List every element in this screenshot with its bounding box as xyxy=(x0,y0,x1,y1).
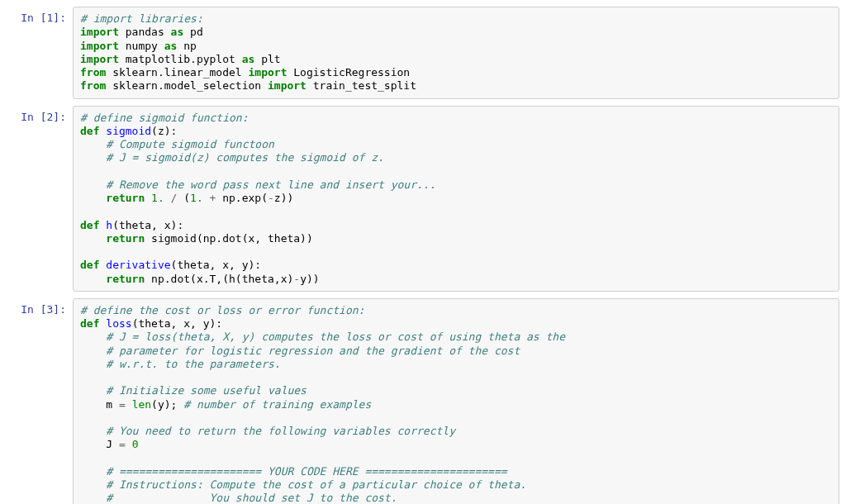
code-source[interactable]: # define the cost or loss or error funct… xyxy=(80,304,832,504)
code-cell[interactable]: In [2]:# define sigmoid function: def si… xyxy=(7,106,839,292)
code-cell[interactable]: In [3]:# define the cost or loss or erro… xyxy=(7,298,839,504)
code-source[interactable]: # import libraries: import pandas as pd … xyxy=(80,12,832,93)
input-prompt: In [1]: xyxy=(7,7,73,99)
input-prompt: In [3]: xyxy=(7,298,73,504)
input-area[interactable]: # define sigmoid function: def sigmoid(z… xyxy=(73,106,839,292)
input-prompt: In [2]: xyxy=(7,106,73,292)
code-source[interactable]: # define sigmoid function: def sigmoid(z… xyxy=(80,112,832,286)
notebook-container: In [1]:# import libraries: import pandas… xyxy=(7,7,839,504)
code-cell[interactable]: In [1]:# import libraries: import pandas… xyxy=(7,7,839,99)
input-area[interactable]: # define the cost or loss or error funct… xyxy=(73,298,839,504)
input-area[interactable]: # import libraries: import pandas as pd … xyxy=(73,7,839,99)
